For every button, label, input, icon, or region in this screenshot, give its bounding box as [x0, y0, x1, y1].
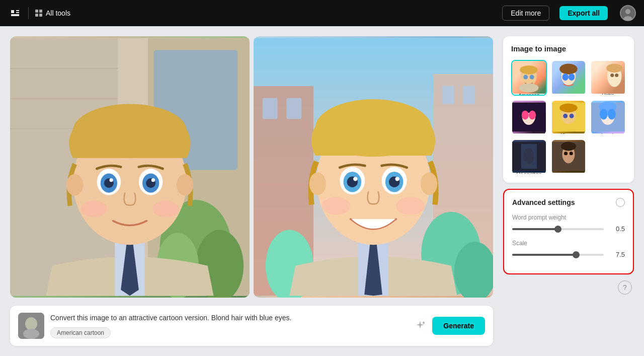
right-cartoon-image	[254, 36, 493, 298]
svg-rect-9	[10, 68, 118, 69]
style-item-classic-american[interactable]: Classic American...	[551, 100, 587, 135]
style-thumb-classic-american	[552, 101, 586, 133]
svg-rect-2	[35, 14, 38, 17]
svg-rect-40	[463, 86, 475, 104]
svg-rect-37	[286, 98, 301, 119]
word-prompt-weight-thumb[interactable]	[554, 226, 561, 233]
svg-point-84	[563, 114, 568, 118]
style-item-oil-painting-anime[interactable]: Oil painting anime	[511, 139, 547, 175]
advanced-settings-panel: Advanced settings Word prompt weight 0.5…	[503, 189, 634, 274]
svg-point-85	[569, 114, 574, 118]
panel-title: Image to image	[511, 44, 626, 53]
scale-track[interactable]	[512, 254, 604, 256]
style-item-retro-american[interactable]: Retro American...	[590, 60, 626, 96]
svg-rect-1	[39, 10, 42, 13]
word-prompt-weight-row: 0.5	[512, 225, 625, 233]
style-label-retro-anime: Retro anime	[552, 94, 586, 96]
left-cartoon-image	[10, 36, 250, 298]
word-prompt-weight-fill	[512, 228, 558, 230]
export-all-button[interactable]: Export all	[559, 6, 608, 20]
style-thumb-easy-anime	[512, 101, 546, 133]
style-item-easy-anime[interactable]: Easy anime	[511, 100, 547, 135]
svg-point-74	[611, 74, 614, 77]
avatar-icon	[621, 6, 635, 20]
style-item-pen-comic[interactable]: Pen comic	[551, 139, 587, 175]
sparkle-button[interactable]	[413, 319, 427, 333]
svg-point-80	[529, 110, 536, 119]
svg-point-59	[396, 197, 425, 215]
svg-point-56	[353, 177, 357, 181]
svg-point-73	[607, 63, 623, 73]
app-logo[interactable]	[8, 6, 22, 20]
advanced-settings-title: Advanced settings	[512, 198, 575, 206]
svg-rect-36	[263, 98, 278, 119]
result-image	[254, 36, 493, 298]
svg-point-89	[600, 109, 608, 119]
prompt-text-area: Convert this image to an attractive cart…	[50, 313, 407, 338]
svg-point-70	[562, 74, 568, 81]
canvas-area: Convert this image to an attractive cart…	[10, 36, 493, 346]
advanced-toggle[interactable]	[616, 198, 625, 207]
svg-point-31	[80, 200, 107, 217]
svg-point-90	[608, 109, 616, 119]
style-label-pen-comic: Pen comic	[552, 173, 586, 175]
app-header: All tools Edit more Export all	[0, 0, 644, 26]
svg-point-62	[23, 329, 39, 339]
style-label-american-cartoon: American cartoon	[512, 94, 546, 96]
style-label-trendy-anime: Trendy anime	[591, 133, 625, 135]
all-tools-label: All tools	[46, 9, 70, 17]
thumbnail-image	[18, 313, 44, 339]
svg-point-32	[152, 200, 179, 217]
prompt-actions: Generate	[413, 317, 485, 335]
svg-point-93	[523, 148, 534, 164]
svg-point-97	[564, 152, 568, 156]
prompt-tag[interactable]: American cartoon	[50, 327, 111, 338]
svg-rect-0	[35, 10, 38, 13]
style-item-trendy-anime[interactable]: Trendy anime	[590, 100, 626, 135]
help-button[interactable]: ?	[618, 280, 632, 295]
svg-point-83	[559, 103, 578, 112]
header-divider	[28, 7, 29, 19]
svg-point-78	[520, 103, 537, 113]
svg-rect-3	[39, 14, 42, 17]
edit-more-button[interactable]: Edit more	[502, 6, 549, 21]
all-tools-nav[interactable]: All tools	[35, 9, 70, 17]
svg-point-69	[559, 63, 578, 74]
svg-point-30	[151, 178, 155, 182]
svg-point-79	[522, 110, 529, 119]
style-item-american-cartoon[interactable]: American cartoon	[511, 60, 547, 96]
advanced-settings-header: Advanced settings	[512, 198, 625, 207]
user-avatar[interactable]	[620, 5, 636, 21]
word-prompt-weight-track[interactable]	[512, 228, 604, 230]
scale-fill	[512, 254, 576, 256]
svg-point-98	[569, 152, 573, 156]
svg-point-75	[615, 74, 618, 77]
images-row	[10, 36, 493, 298]
svg-point-66	[530, 75, 534, 80]
style-item-retro-anime[interactable]: Retro anime	[551, 60, 587, 96]
svg-rect-39	[442, 86, 454, 104]
style-label-classic-american: Classic American...	[552, 133, 586, 135]
svg-point-57	[395, 177, 399, 181]
scale-thumb[interactable]	[573, 251, 580, 258]
sidebar-footer: ?	[503, 280, 634, 295]
svg-point-29	[110, 178, 113, 182]
svg-point-67	[519, 83, 538, 92]
prompt-area: Convert this image to an attractive cart…	[10, 306, 493, 346]
svg-point-21	[66, 174, 83, 196]
style-label-retro-american: Retro American...	[591, 94, 625, 96]
svg-point-48	[309, 172, 326, 195]
style-thumb-oil-painting	[512, 140, 546, 173]
scale-row: 7.5	[512, 251, 625, 258]
svg-rect-10	[10, 98, 118, 99]
source-image	[10, 36, 250, 298]
style-label-oil-painting-anime: Oil painting anime	[512, 173, 546, 175]
scale-label: Scale	[512, 240, 625, 247]
style-thumb-retro-anime	[552, 61, 586, 94]
svg-point-22	[177, 174, 193, 196]
sparkle-icon	[414, 320, 426, 332]
svg-point-65	[523, 75, 528, 80]
word-prompt-weight-label: Word prompt weight	[512, 214, 625, 221]
generate-button[interactable]: Generate	[432, 317, 485, 335]
prompt-text: Convert this image to an attractive cart…	[50, 313, 407, 323]
